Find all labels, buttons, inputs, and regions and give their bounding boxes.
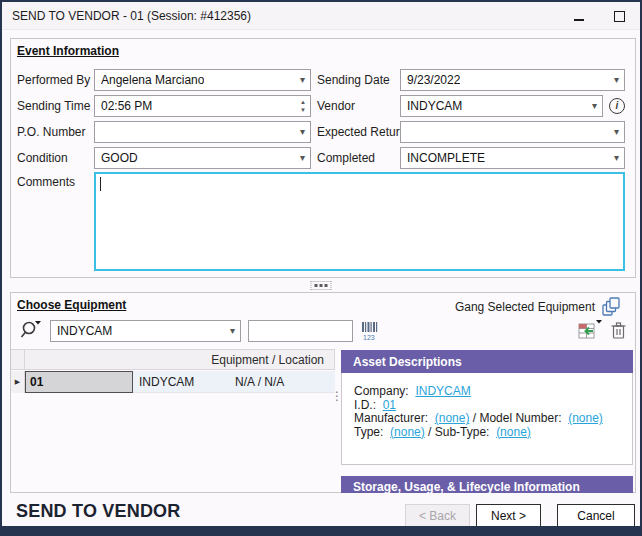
minimize-icon [574,19,584,21]
add-to-list-button[interactable] [577,319,603,345]
chevron-down-icon [300,126,305,137]
equipment-filter-combo[interactable]: INDYCAM [50,320,241,342]
wizard-step-title: SEND TO VENDOR [16,501,181,522]
window-title: SEND TO VENDOR - 01 (Session: #412356) [12,9,251,23]
asset-type-line: Type: (none) / Sub-Type: (none) [354,426,626,440]
chevron-down-icon [300,152,305,163]
sending-time-label: Sending Time [17,96,90,116]
subtype-link[interactable]: (none) [496,425,531,439]
maximize-button[interactable] [606,5,632,27]
row-selector-column-header [11,350,25,369]
company-link[interactable]: INDYCAM [415,384,470,398]
sending-time-spinner[interactable]: 02:56 PM [94,95,311,117]
model-number-link[interactable]: (none) [568,411,603,425]
import-grid-icon [577,319,603,341]
equipment-id-cell[interactable]: 01 [25,371,133,393]
text-caret [100,177,101,191]
comments-label: Comments [17,172,75,192]
window-bottom-border [2,526,640,534]
search-icon [19,318,43,340]
delete-button[interactable] [610,321,627,344]
po-number-label: P.O. Number [17,122,85,142]
performed-by-label: Performed By [17,70,90,90]
chevron-down-icon [614,74,619,85]
id-link[interactable]: 01 [383,398,396,412]
minimize-button[interactable] [566,5,592,27]
comments-textarea[interactable] [94,172,625,271]
gang-selected-equipment-button[interactable] [601,296,623,322]
storage-usage-lifecycle-section: Storage, Usage, & Lifecycle Information [341,476,633,493]
barcode-icon: 123 [360,320,382,342]
back-button[interactable]: < Back [405,504,470,527]
chevron-down-icon [614,126,619,137]
expected-return-label: Expected Return [317,122,406,142]
trash-icon [610,321,627,340]
equipment-table-header[interactable]: Equipment / Location [11,349,335,370]
send-to-vendor-dialog: SEND TO VENDOR - 01 (Session: #412356) E… [0,0,642,536]
asset-id-line: I.D.: 01 [354,399,626,413]
svg-text:123: 123 [363,334,375,341]
barcode-button[interactable]: 123 [360,320,382,346]
asset-company-line: Company: INDYCAM [354,385,626,399]
spinner-up-down-icon[interactable] [300,98,306,114]
title-bar: SEND TO VENDOR - 01 (Session: #412356) [2,2,640,30]
completed-label: Completed [317,148,375,168]
po-number-combo[interactable] [94,121,311,143]
row-selector-icon [15,378,20,386]
cancel-button[interactable]: Cancel [557,504,635,527]
condition-combo[interactable]: GOOD [94,147,311,169]
row-selector-cell[interactable] [11,371,25,393]
chevron-down-icon [592,100,597,111]
choose-equipment-section: Choose Equipment Gang Selected Equipment… [10,292,636,493]
manufacturer-link[interactable]: (none) [435,411,470,425]
gang-selected-equipment-label: Gang Selected Equipment [455,300,595,314]
search-mode-button[interactable] [19,318,43,344]
maximize-icon [614,11,625,22]
storage-usage-lifecycle-header: Storage, Usage, & Lifecycle Information [341,476,633,493]
stacked-pages-icon [601,296,623,318]
sending-date-combo[interactable]: 9/23/2022 [400,69,625,91]
chevron-down-icon [230,325,235,336]
barcode-scan-input[interactable] [253,321,348,341]
performed-by-combo[interactable]: Angelena Marciano [94,69,311,91]
choose-equipment-heading: Choose Equipment [17,298,126,312]
sending-date-label: Sending Date [317,70,390,90]
type-link[interactable]: (none) [390,425,425,439]
condition-label: Condition [17,148,68,168]
expected-return-combo[interactable] [400,121,625,143]
chevron-down-icon [300,74,305,85]
equipment-company-cell[interactable]: INDYCAM [139,371,194,393]
equipment-location-cell[interactable]: N/A / N/A [235,371,284,393]
event-information-section: Event Information Performed By Angelena … [10,38,636,278]
asset-descriptions-panel: Asset Descriptions Company: INDYCAM I.D.… [341,350,633,465]
event-information-heading: Event Information [17,44,119,58]
vendor-info-icon[interactable] [609,98,625,114]
barcode-scan-field[interactable] [248,320,353,342]
chevron-down-icon [614,152,619,163]
asset-manufacturer-line: Manufacturer: (none) / Model Number: (no… [354,412,626,426]
horizontal-splitter-handle[interactable] [312,282,331,289]
asset-descriptions-body: Company: INDYCAM I.D.: 01 Manufacturer: … [341,373,633,465]
table-row[interactable]: 01 INDYCAM N/A / N/A [11,371,335,393]
completed-combo[interactable]: INCOMPLETE [400,147,625,169]
next-button[interactable]: Next > [476,504,541,527]
vendor-label: Vendor [317,96,355,116]
vendor-combo[interactable]: INDYCAM [400,95,603,117]
asset-descriptions-header: Asset Descriptions [341,350,633,373]
